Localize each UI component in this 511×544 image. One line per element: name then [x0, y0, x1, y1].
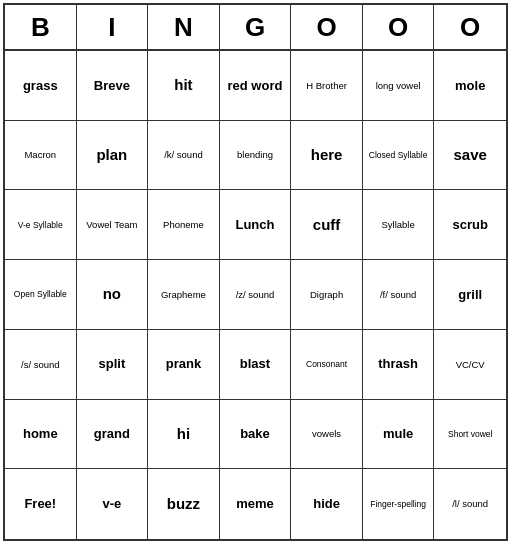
bingo-cell-6-2: buzz [148, 469, 220, 539]
bingo-cell-4-2: prank [148, 330, 220, 399]
bingo-cell-3-1: no [77, 260, 149, 329]
header-cell-O: O [434, 5, 506, 49]
bingo-cell-0-0: grass [5, 51, 77, 120]
bingo-row-0: grassBrevehitred wordH Brotherlong vowel… [5, 51, 506, 121]
bingo-cell-6-1: v-e [77, 469, 149, 539]
bingo-cell-3-2: Grapheme [148, 260, 220, 329]
bingo-cell-4-6: VC/CV [434, 330, 506, 399]
bingo-row-4: /s/ soundsplitprankblastConsonantthrashV… [5, 330, 506, 400]
bingo-cell-2-4: cuff [291, 190, 363, 259]
bingo-card: BINGOOO grassBrevehitred wordH Brotherlo… [3, 3, 508, 541]
bingo-cell-4-1: split [77, 330, 149, 399]
bingo-cell-3-6: grill [434, 260, 506, 329]
bingo-cell-0-2: hit [148, 51, 220, 120]
bingo-header: BINGOOO [5, 5, 506, 51]
bingo-cell-6-6: /l/ sound [434, 469, 506, 539]
bingo-cell-0-4: H Brother [291, 51, 363, 120]
bingo-cell-0-6: mole [434, 51, 506, 120]
header-cell-B: B [5, 5, 77, 49]
bingo-cell-1-5: Closed Syllable [363, 121, 435, 190]
bingo-row-6: Free!v-ebuzzmemehideFinger-spelling/l/ s… [5, 469, 506, 539]
bingo-cell-6-5: Finger-spelling [363, 469, 435, 539]
bingo-cell-5-0: home [5, 400, 77, 469]
header-cell-N: N [148, 5, 220, 49]
header-cell-G: G [220, 5, 292, 49]
bingo-row-2: V-e SyllableVowel TeamPhonemeLunchcuffSy… [5, 190, 506, 260]
bingo-cell-0-5: long vowel [363, 51, 435, 120]
bingo-cell-2-3: Lunch [220, 190, 292, 259]
bingo-cell-4-5: thrash [363, 330, 435, 399]
bingo-cell-1-3: blending [220, 121, 292, 190]
bingo-cell-0-1: Breve [77, 51, 149, 120]
bingo-cell-2-0: V-e Syllable [5, 190, 77, 259]
bingo-body: grassBrevehitred wordH Brotherlong vowel… [5, 51, 506, 539]
bingo-cell-1-2: /k/ sound [148, 121, 220, 190]
bingo-cell-5-4: vowels [291, 400, 363, 469]
bingo-cell-1-0: Macron [5, 121, 77, 190]
bingo-cell-5-2: hi [148, 400, 220, 469]
bingo-cell-5-6: Short vowel [434, 400, 506, 469]
header-cell-O: O [291, 5, 363, 49]
bingo-cell-4-4: Consonant [291, 330, 363, 399]
bingo-row-1: Macronplan/k/ soundblendinghereClosed Sy… [5, 121, 506, 191]
bingo-cell-4-3: blast [220, 330, 292, 399]
bingo-cell-6-3: meme [220, 469, 292, 539]
bingo-cell-3-0: Open Syllable [5, 260, 77, 329]
bingo-row-3: Open SyllablenoGrapheme/z/ soundDigraph/… [5, 260, 506, 330]
bingo-cell-1-4: here [291, 121, 363, 190]
bingo-row-5: homegrandhibakevowelsmuleShort vowel [5, 400, 506, 470]
header-cell-I: I [77, 5, 149, 49]
bingo-cell-3-4: Digraph [291, 260, 363, 329]
bingo-cell-3-3: /z/ sound [220, 260, 292, 329]
bingo-cell-2-5: Syllable [363, 190, 435, 259]
bingo-cell-2-6: scrub [434, 190, 506, 259]
bingo-cell-0-3: red word [220, 51, 292, 120]
bingo-cell-5-1: grand [77, 400, 149, 469]
bingo-cell-6-0: Free! [5, 469, 77, 539]
header-cell-O: O [363, 5, 435, 49]
bingo-cell-5-5: mule [363, 400, 435, 469]
bingo-cell-3-5: /f/ sound [363, 260, 435, 329]
bingo-cell-4-0: /s/ sound [5, 330, 77, 399]
bingo-cell-5-3: bake [220, 400, 292, 469]
bingo-cell-1-1: plan [77, 121, 149, 190]
bingo-cell-2-2: Phoneme [148, 190, 220, 259]
bingo-cell-1-6: save [434, 121, 506, 190]
bingo-cell-6-4: hide [291, 469, 363, 539]
bingo-cell-2-1: Vowel Team [77, 190, 149, 259]
